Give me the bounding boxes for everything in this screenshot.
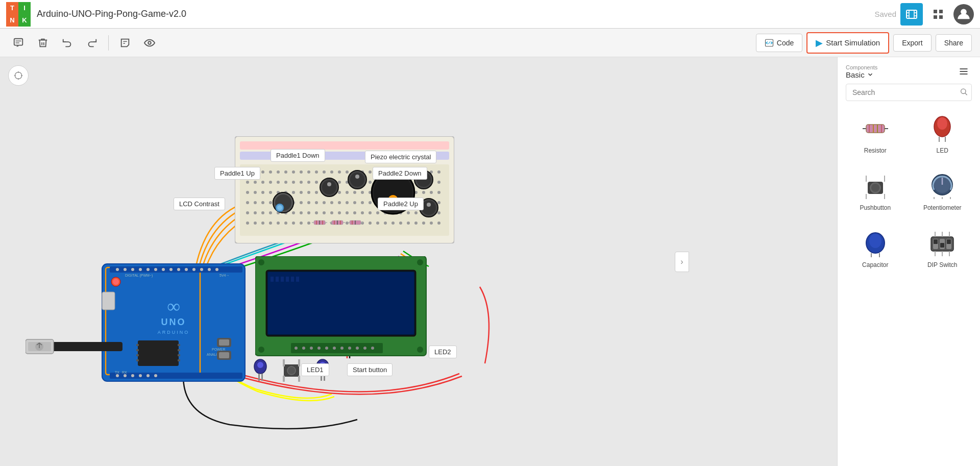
- svg-point-115: [307, 201, 310, 204]
- svg-point-195: [355, 175, 359, 179]
- svg-point-162: [269, 222, 272, 225]
- svg-point-178: [391, 222, 395, 225]
- svg-point-244: [208, 268, 211, 271]
- svg-point-181: [414, 222, 418, 225]
- annotate-icon: [13, 37, 24, 48]
- svg-point-146: [346, 211, 349, 214]
- video-icon-button[interactable]: [900, 3, 923, 26]
- svg-rect-256: [136, 359, 139, 361]
- top-navbar: T I N K Arduino-UNO-Ping-Pong-Game-v2.0 …: [0, 0, 980, 29]
- svg-point-35: [292, 170, 295, 174]
- component-led[interactable]: LED: [913, 109, 972, 158]
- svg-text:5V4→: 5V4→: [219, 274, 229, 277]
- svg-point-54: [437, 170, 440, 174]
- component-resistor[interactable]: Resistor: [846, 109, 905, 158]
- potentiometer-icon: [927, 170, 958, 201]
- svg-point-64: [315, 181, 318, 184]
- svg-point-120: [346, 201, 349, 204]
- tinkercad-logo[interactable]: T I N K: [6, 2, 31, 27]
- list-icon: [959, 66, 969, 77]
- breadboard-svg: [235, 136, 454, 243]
- svg-point-84: [269, 191, 272, 194]
- svg-point-140: [300, 211, 303, 214]
- svg-rect-253: [136, 344, 139, 346]
- svg-point-133: [246, 211, 249, 214]
- svg-point-114: [300, 201, 303, 204]
- svg-rect-281: [268, 272, 414, 334]
- svg-rect-10: [939, 15, 943, 19]
- svg-point-143: [323, 211, 326, 214]
- svg-point-59: [277, 181, 280, 184]
- trash-icon: [37, 37, 48, 48]
- svg-point-299: [371, 347, 374, 350]
- usb-cable: [26, 337, 128, 359]
- svg-rect-283: [276, 277, 279, 282]
- svg-point-291: [310, 347, 313, 350]
- svg-point-183: [430, 222, 433, 225]
- start-simulation-button[interactable]: ▶ Start Simulation: [806, 32, 889, 54]
- list-view-button[interactable]: [955, 63, 972, 80]
- svg-point-71: [369, 181, 372, 184]
- canvas-area[interactable]: ∞ UNO ARDUINO: [0, 57, 837, 466]
- svg-point-294: [333, 347, 336, 350]
- component-capacitor[interactable]: Capacitor: [846, 224, 905, 273]
- svg-point-180: [407, 222, 410, 225]
- svg-point-172: [346, 222, 349, 225]
- svg-rect-252: [138, 340, 179, 366]
- sidebar-collapse-button[interactable]: ›: [675, 252, 689, 272]
- svg-point-314: [320, 362, 326, 368]
- svg-point-36: [300, 170, 303, 174]
- note-button[interactable]: [115, 33, 135, 53]
- delete-button[interactable]: [33, 33, 53, 53]
- search-input[interactable]: [846, 84, 972, 101]
- svg-point-121: [353, 201, 356, 204]
- svg-point-119: [338, 201, 341, 204]
- user-avatar[interactable]: [953, 4, 974, 24]
- svg-point-62: [300, 181, 303, 184]
- svg-point-116: [315, 201, 318, 204]
- svg-point-46: [376, 170, 379, 174]
- grid-view-button[interactable]: [927, 3, 949, 26]
- component-potentiometer[interactable]: Potentiometer: [913, 166, 972, 215]
- svg-point-129: [414, 201, 418, 204]
- svg-point-39: [323, 170, 326, 174]
- code-button[interactable]: Code: [756, 34, 802, 52]
- svg-point-30: [254, 170, 257, 174]
- svg-point-163: [277, 222, 280, 225]
- svg-rect-271: [51, 342, 122, 351]
- annotate-button[interactable]: [8, 33, 29, 53]
- share-button[interactable]: Share: [936, 34, 972, 52]
- svg-point-192: [327, 182, 331, 186]
- redo-icon: [86, 37, 97, 48]
- svg-point-295: [340, 347, 344, 350]
- component-dipswitch[interactable]: DIP Switch: [913, 224, 972, 273]
- svg-point-278: [258, 347, 264, 353]
- export-button[interactable]: Export: [893, 34, 931, 52]
- resistor-label: Resistor: [864, 147, 887, 154]
- component-pushbutton[interactable]: Pushbutton: [846, 166, 905, 215]
- svg-line-19: [768, 41, 770, 44]
- svg-point-55: [246, 181, 249, 184]
- svg-point-240: [177, 268, 180, 271]
- svg-rect-301: [258, 374, 260, 381]
- svg-point-234: [131, 268, 134, 271]
- redo-button[interactable]: [82, 33, 102, 53]
- filter-label: Basic: [846, 70, 865, 79]
- lcd-display: [255, 256, 429, 360]
- svg-point-50: [407, 170, 410, 174]
- components-grid: Resistor LED: [838, 105, 980, 466]
- search-button[interactable]: [960, 88, 968, 97]
- svg-point-80: [437, 181, 440, 184]
- undo-button[interactable]: [57, 33, 78, 53]
- search-box: [846, 84, 972, 101]
- svg-point-31: [261, 170, 264, 174]
- filter-dropdown[interactable]: Basic: [846, 70, 877, 79]
- usb-cable-svg: [26, 337, 128, 357]
- svg-point-149: [369, 211, 372, 214]
- svg-point-242: [192, 268, 195, 271]
- svg-point-298: [363, 347, 366, 350]
- breadboard: [235, 136, 454, 246]
- view-button[interactable]: [139, 33, 160, 53]
- svg-rect-255: [136, 354, 139, 356]
- svg-rect-268: [219, 339, 229, 346]
